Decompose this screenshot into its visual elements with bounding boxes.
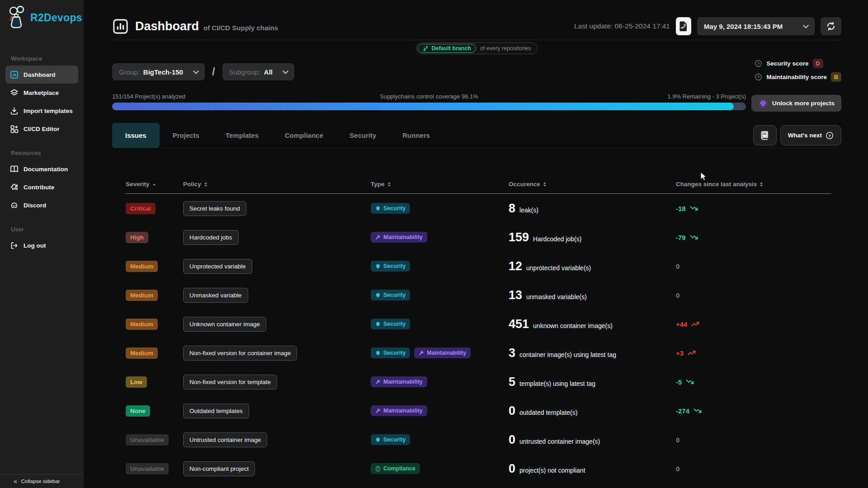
sort-icon — [760, 182, 763, 187]
brand-name: R2Devops — [30, 12, 82, 24]
table-row[interactable]: Unavailable Non-compliant project — [126, 454, 831, 483]
tab-issues[interactable]: Issues — [112, 123, 160, 148]
sidebar-item-cicd-editor[interactable]: CI/CD Editor — [5, 120, 78, 138]
table-row[interactable]: Low Non-fixed version for template Maint… — [126, 367, 831, 396]
change-value: 0 — [676, 263, 831, 270]
policy-cell: Non-fixed version for container image — [183, 346, 371, 361]
changes-cell: +3 — [676, 349, 831, 357]
tab-actions: What's next ? — [753, 125, 841, 145]
table-row[interactable]: Critical Secret leaks found Security — [126, 194, 831, 223]
sidebar-item-marketplace[interactable]: Marketplace — [5, 84, 78, 102]
occurrence-label: project(s) not compliant — [519, 467, 585, 474]
table-row[interactable]: Medium Unprotected variable Security — [126, 252, 831, 281]
changes-cell: -79 — [676, 233, 831, 241]
documentation-book-button[interactable] — [753, 125, 777, 145]
report-button[interactable] — [676, 17, 691, 35]
score-panel: ? Security score D ? Maintainability sco… — [755, 58, 841, 82]
whats-next-button[interactable]: What's next ? — [780, 125, 841, 145]
sidebar-item-documentation[interactable]: Documentation — [5, 160, 78, 178]
policy-button[interactable]: Secret leaks found — [183, 201, 246, 216]
compliance-type-badge: Compliance — [371, 463, 420, 474]
layers-icon — [10, 89, 19, 97]
maintainability-score-label: Maintainability score — [766, 74, 827, 80]
change-value: -79 — [676, 233, 831, 241]
tab-compliance[interactable]: Compliance — [272, 123, 336, 148]
progress-fill — [112, 103, 734, 110]
occurrence-count: 13 — [509, 288, 522, 302]
occurrence-label: leak(s) — [519, 206, 538, 214]
analysis-date-select[interactable]: May 9, 2024 18:15:43 PM — [697, 17, 815, 35]
help-circle-icon[interactable]: ? — [755, 73, 762, 81]
tab-runners[interactable]: Runners — [389, 123, 443, 148]
changes-cell: +44 — [676, 320, 831, 328]
occurrence-label: unmasked variable(s) — [526, 293, 587, 300]
policy-button[interactable]: Unmasked variable — [183, 288, 248, 303]
sidebar-item-dashboard[interactable]: Dashboard — [5, 66, 78, 84]
sidebar-section-workspace: Workspace — [11, 55, 84, 62]
occurrence-cell: 8 leak(s) — [509, 202, 676, 216]
policy-button[interactable]: Non-fixed version for template — [183, 375, 277, 389]
table-row[interactable]: None Outdated templates Maintainability — [126, 396, 831, 425]
column-header-policy[interactable]: Policy — [183, 181, 371, 188]
table-row[interactable]: Medium Non-fixed version for container i… — [126, 338, 831, 367]
chevron-down-icon — [803, 23, 809, 28]
branch-banner: Default branch of every repositories — [112, 42, 841, 54]
policy-button[interactable]: Outdated templates — [183, 404, 249, 418]
column-header-changes[interactable]: Changes since last analysis — [676, 181, 831, 188]
help-circle-icon[interactable]: ? — [755, 60, 762, 67]
column-header-severity[interactable]: Severity — [126, 181, 183, 188]
branch-pill: Default branch of every repositories — [416, 42, 537, 54]
occurrence-cell: 0 project(s) not compliant — [509, 462, 676, 476]
page-subtitle: of CI/CD Supply chains — [203, 21, 278, 32]
type-cell: Security — [371, 261, 509, 272]
tab-security[interactable]: Security — [336, 123, 389, 148]
table-row[interactable]: Medium Unknown container image Security — [126, 310, 831, 338]
policy-button[interactable]: Untrusted container image — [183, 432, 267, 447]
sidebar-item-contribute[interactable]: Contribute — [5, 178, 78, 196]
type-cell: Security Maintainability — [371, 347, 509, 358]
policy-button[interactable]: Unprotected variable — [183, 259, 252, 274]
table-row[interactable]: Medium Unmasked variable Security — [126, 281, 831, 310]
maintainability-score-row: ? Maintainability score B — [755, 71, 841, 82]
collapse-sidebar-button[interactable]: « Collapse sidebar — [0, 474, 84, 488]
collapse-sidebar-label: Collapse sidebar — [21, 479, 60, 484]
group-select-label: Group: — [119, 68, 140, 76]
occurrence-count: 8 — [509, 202, 515, 216]
tab-templates[interactable]: Templates — [212, 123, 272, 148]
trending-down-icon — [689, 204, 699, 212]
table-row[interactable]: Unavailable Untrusted container image Se… — [126, 425, 831, 454]
refresh-button[interactable] — [821, 17, 841, 35]
tab-projects[interactable]: Projects — [160, 123, 212, 148]
occurrence-label: unprotected variable(s) — [526, 264, 591, 272]
column-header-occurence[interactable]: Occurence — [509, 181, 676, 188]
robot-logo-icon — [5, 5, 28, 30]
severity-cell: Unavailable — [126, 434, 183, 446]
severity-badge: High — [126, 232, 148, 243]
severity-cell: Unavailable — [126, 463, 183, 474]
policy-cell: Unknown container image — [183, 317, 371, 332]
sidebar-item-logout[interactable]: Log out — [5, 236, 78, 254]
projects-analyzed-text: 151/154 Project(s) analyzed — [112, 93, 185, 100]
group-select[interactable]: Group: BigTech-150 — [112, 63, 205, 80]
sidebar-item-label: Dashboard — [24, 71, 56, 78]
sidebar-item-discord[interactable]: Discord — [5, 196, 78, 214]
column-header-type[interactable]: Type — [371, 181, 509, 188]
trending-down-icon — [689, 233, 699, 241]
severity-cell: Critical — [126, 203, 183, 214]
security-type-badge: Security — [371, 434, 410, 445]
report-file-icon — [679, 21, 688, 32]
policy-button[interactable]: Hardcoded jobs — [183, 230, 239, 245]
security-score-label: Security score — [766, 60, 808, 67]
brand-logo[interactable]: R2Devops — [0, 0, 84, 30]
policy-button[interactable]: Non-fixed version for container image — [183, 346, 297, 361]
policy-cell: Unmasked variable — [183, 288, 371, 303]
policy-button[interactable]: Non-compliant project — [183, 461, 255, 476]
severity-badge: Unavailable — [126, 434, 169, 446]
trending-up-icon — [687, 349, 697, 357]
table-row[interactable]: High Hardcoded jobs Maintainability — [126, 223, 831, 252]
policy-button[interactable]: Unknown container image — [183, 317, 266, 332]
unlock-more-projects-button[interactable]: Unlock more projects — [751, 95, 841, 112]
occurrence-cell: 12 unprotected variable(s) — [509, 259, 676, 273]
sidebar-item-import-templates[interactable]: Import templates — [5, 102, 78, 120]
subgroup-select[interactable]: Subgroup: All — [222, 63, 294, 80]
